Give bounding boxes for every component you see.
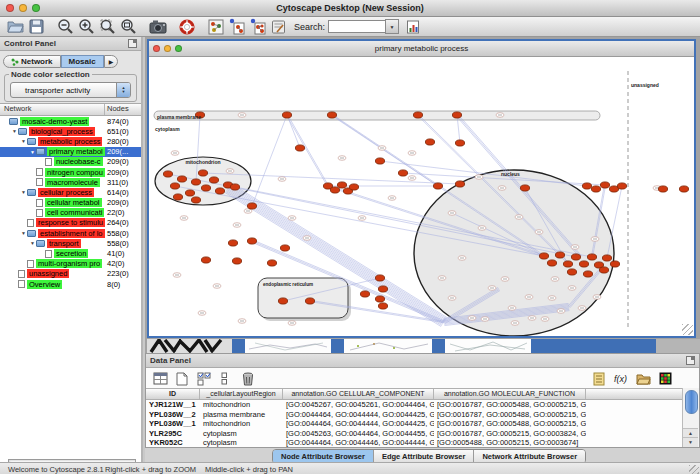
network-canvas-svg[interactable]: plasma membranecytoplasmmitochondrionnuc… <box>149 57 694 336</box>
background-window-thumbnail[interactable] <box>344 339 432 353</box>
network-node[interactable] <box>425 139 434 145</box>
network-node[interactable] <box>330 187 339 193</box>
tab-mosaic[interactable]: Mosaic <box>61 55 104 68</box>
network-node[interactable] <box>602 255 611 261</box>
tree-column-network[interactable]: Network <box>0 104 105 115</box>
network-node[interactable] <box>163 171 172 177</box>
network-node[interactable] <box>267 260 276 266</box>
network-node[interactable] <box>378 286 387 292</box>
tree-row[interactable]: unassigned223(0) <box>0 269 141 279</box>
new-network-from-selected-nodes-icon[interactable] <box>227 18 246 35</box>
network-view-window[interactable]: primary metabolic process plasma membran… <box>147 39 696 338</box>
network-node[interactable] <box>587 254 596 260</box>
background-window-titlebar-fragment[interactable] <box>331 339 344 353</box>
create-attribute-icon[interactable] <box>172 370 192 388</box>
search-dropdown-button[interactable]: ▼ <box>385 19 399 34</box>
network-node[interactable] <box>198 170 207 176</box>
tree-row[interactable]: mosaic-demo-yeast874(0) <box>0 116 141 126</box>
tree-row[interactable]: multi-organism pro42(0) <box>0 259 141 269</box>
tree-expand-icon[interactable]: ▼ <box>29 149 36 155</box>
zoom-in-icon[interactable] <box>77 18 96 35</box>
table-row[interactable]: YLR295Ccytoplasm[GO:0045263, GO:0044464,… <box>146 429 683 439</box>
network-node[interactable] <box>563 261 572 267</box>
float-panel-icon[interactable] <box>686 356 695 365</box>
table-row[interactable]: YJR121W__1mitochondrion[GO:0045267, GO:0… <box>146 400 683 410</box>
network-node[interactable] <box>455 181 464 187</box>
network-node[interactable] <box>349 184 358 190</box>
tree-row[interactable]: macromolecule311(0) <box>0 177 141 187</box>
table-row[interactable]: YPL036W__1mitochondrion[GO:0044464, GO:0… <box>146 419 683 429</box>
network-node[interactable] <box>282 112 291 118</box>
network-node[interactable] <box>360 291 369 297</box>
tree-row[interactable]: Overview8(0) <box>0 279 141 289</box>
network-node[interactable] <box>583 271 592 277</box>
network-node[interactable] <box>433 183 442 189</box>
unselect-attributes-icon[interactable] <box>216 370 236 388</box>
tree-expand-icon[interactable]: ▼ <box>11 128 18 134</box>
network-node[interactable] <box>278 298 287 304</box>
attribute-grid-icon[interactable] <box>150 370 170 388</box>
network-window-titlebar[interactable]: primary metabolic process <box>149 41 694 57</box>
network-node[interactable] <box>247 238 256 244</box>
network-node[interactable] <box>610 261 619 267</box>
enhanced-search-icon[interactable] <box>404 18 423 35</box>
network-node[interactable] <box>375 158 384 164</box>
network-node[interactable] <box>305 298 314 304</box>
network-node[interactable] <box>547 260 556 266</box>
network-node[interactable] <box>191 197 200 203</box>
network-node[interactable] <box>280 245 289 251</box>
network-node[interactable] <box>191 179 200 185</box>
tree-row[interactable]: ▼biological_process651(0) <box>0 126 141 136</box>
node-color-attribute-select[interactable]: transporter activity ▲▼ <box>10 82 131 98</box>
matrix-icon[interactable] <box>655 370 675 388</box>
network-node[interactable] <box>599 267 608 273</box>
tree-expand-icon[interactable]: ▼ <box>20 230 27 236</box>
network-edge[interactable] <box>607 186 622 258</box>
notes-icon[interactable] <box>589 370 609 388</box>
function-builder-icon[interactable]: f(x) <box>611 370 631 388</box>
network-node[interactable] <box>452 112 461 118</box>
network-node[interactable] <box>232 258 241 264</box>
network-node[interactable] <box>571 254 580 260</box>
table-row[interactable]: YKR052Ccytoplasm[GO:0044464, GO:0044446,… <box>146 438 683 447</box>
network-node[interactable] <box>600 182 609 188</box>
network-node[interactable] <box>337 182 346 188</box>
network-edge[interactable] <box>332 115 438 186</box>
tree-row[interactable]: secretion41(0) <box>0 248 141 258</box>
delete-attribute-icon[interactable] <box>238 370 258 388</box>
network-node[interactable] <box>215 188 224 194</box>
tree-row[interactable]: ▼primary metabol209(... <box>0 147 141 157</box>
search-input[interactable] <box>328 20 385 33</box>
tree-expand-icon[interactable]: ▼ <box>29 240 36 246</box>
network-canvas[interactable]: plasma membranecytoplasmmitochondrionnuc… <box>149 57 694 336</box>
network-node[interactable] <box>327 112 336 118</box>
save-icon[interactable] <box>27 18 46 35</box>
background-window-titlebar[interactable] <box>531 339 656 353</box>
network-node[interactable] <box>375 296 384 302</box>
open-icon[interactable] <box>6 18 25 35</box>
network-edge[interactable] <box>286 115 327 186</box>
network-node[interactable] <box>201 257 210 263</box>
zoom-out-icon[interactable] <box>56 18 75 35</box>
float-panel-icon[interactable] <box>128 39 137 48</box>
tree-expand-icon[interactable]: ▼ <box>20 138 27 144</box>
network-node[interactable] <box>209 177 218 183</box>
table-column-header[interactable]: _cellularLayoutRegion <box>200 389 283 399</box>
table-column-header[interactable]: annotation.GO CELLULAR_COMPONENT <box>283 389 434 399</box>
background-window-titlebar-fragment[interactable] <box>432 339 445 353</box>
search-combo[interactable]: ▼ <box>328 19 399 34</box>
background-window-titlebar-fragment[interactable] <box>232 339 245 353</box>
table-row[interactable]: YPL036W__2plasma membrane[GO:0044464, GO… <box>146 410 683 420</box>
network-node[interactable] <box>579 261 588 267</box>
tree-row[interactable]: response to stimulu264(0) <box>0 218 141 228</box>
network-node[interactable] <box>170 183 179 189</box>
tree-row[interactable]: cellular metabol209(0) <box>0 198 141 208</box>
network-node[interactable] <box>582 183 591 189</box>
tree-expand-icon[interactable]: ▼ <box>20 189 27 195</box>
network-node[interactable] <box>201 185 210 191</box>
view-resize-grip[interactable] <box>682 324 693 335</box>
zoom-selected-region-icon[interactable] <box>119 18 138 35</box>
select-attributes-icon[interactable] <box>194 370 214 388</box>
snapshot-icon[interactable] <box>148 18 167 35</box>
network-node[interactable] <box>398 170 407 176</box>
